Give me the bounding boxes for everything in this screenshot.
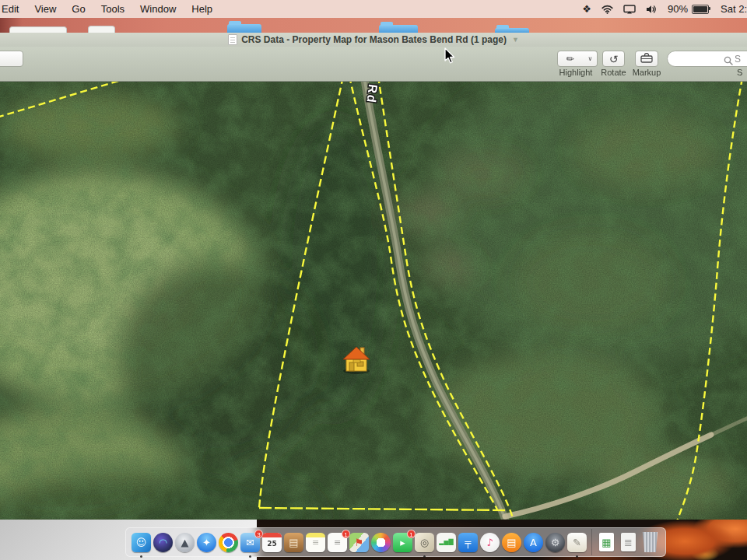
highlight-dropdown-button[interactable]: ∨ <box>584 51 598 67</box>
safari-glyph: ✦ <box>202 537 211 548</box>
ibooks-glyph: ▤ <box>507 537 516 548</box>
share-label: e <box>0 68 6 77</box>
map-canvas[interactable]: nd Rd <box>0 81 747 520</box>
dock-calendar-icon[interactable]: 25 <box>261 533 282 552</box>
launchpad-glyph: ▲ <box>181 537 189 548</box>
dock-textedit-icon[interactable]: ✎ <box>566 533 587 552</box>
dock-mail-icon[interactable]: ✉3 <box>240 533 261 552</box>
desktop-folder-icon[interactable] <box>227 24 261 33</box>
calendar-glyph: 25 <box>267 541 277 548</box>
menu-item-edit[interactable]: Edit <box>0 3 26 15</box>
dock-notes-icon[interactable]: ≡ <box>305 533 326 552</box>
dock-maps-icon[interactable]: ⚑ <box>349 533 370 552</box>
dock-photos-icon[interactable] <box>370 533 391 552</box>
menu-item-go[interactable]: Go <box>64 3 93 15</box>
highlighter-icon: ✎ <box>564 52 577 65</box>
menu-items: EditViewGoToolsWindowHelp <box>0 3 220 15</box>
markup-label: Markup <box>625 68 668 77</box>
search-caption: S <box>737 68 747 77</box>
dock-reminders-icon[interactable]: ≡1 <box>327 533 348 552</box>
dock-divider <box>591 529 592 555</box>
finder-glyph: ☺ <box>136 537 147 548</box>
dock-safari-icon[interactable]: ✦ <box>196 533 217 552</box>
dock-trash-icon[interactable] <box>640 532 661 552</box>
chevron-down-icon[interactable]: ▼ <box>512 36 519 44</box>
menu-status-area: ❖ 90% Sat 2: <box>582 3 747 15</box>
textedit-glyph: ✎ <box>573 537 581 548</box>
dock-finder-icon[interactable]: ☺ <box>131 533 152 552</box>
battery-percent: 90% <box>668 3 688 15</box>
app-store-glyph: A <box>530 537 537 548</box>
chevron-down-icon: ∨ <box>588 55 593 62</box>
dock-itunes-icon[interactable]: ♪ <box>479 533 500 552</box>
dock-chrome-icon[interactable] <box>218 533 239 552</box>
window-title-bar[interactable]: CRS Data - Property Map for Mason Bates … <box>0 33 747 47</box>
volume-icon[interactable] <box>646 5 658 14</box>
desktop-folder-icon[interactable] <box>379 25 418 33</box>
battery-status[interactable]: 90% <box>668 3 709 15</box>
window-toolbar: e ✎ ∨ Highlight ↺ Rotate Markup S <box>0 47 747 82</box>
dock-launchpad-icon[interactable]: ▲ <box>174 533 195 552</box>
document-plain-glyph: ≣ <box>624 537 633 548</box>
wifi-icon[interactable] <box>601 5 613 14</box>
background-window-top[interactable] <box>9 26 67 33</box>
siri-glyph: ◠ <box>159 537 167 548</box>
dock-document-spreadsheet-icon[interactable]: ▦ <box>596 533 617 551</box>
rotate-icon: ↺ <box>609 54 619 65</box>
menu-item-tools[interactable]: Tools <box>93 3 132 15</box>
dock-document-plain-icon[interactable]: ≣ <box>618 533 639 551</box>
battery-icon <box>692 5 709 14</box>
menu-clock[interactable]: Sat 2: <box>721 3 747 15</box>
search-field[interactable] <box>667 51 747 67</box>
maps-glyph: ⚑ <box>355 537 364 548</box>
wallpaper-strip <box>0 18 747 33</box>
dock: ☺◠▲✦✉325▤≡≡1⚑▸1◎▂▅▇╤♪▤A⚙✎▦≣ <box>125 527 666 557</box>
desktop-screen: EditViewGoToolsWindowHelp ❖ 90% Sat 2: <box>0 0 747 560</box>
search-input[interactable] <box>668 51 747 66</box>
mail-glyph: ✉ <box>246 537 254 548</box>
dock-keynote-icon[interactable]: ╤ <box>458 533 479 552</box>
dock-app-store-icon[interactable]: A <box>523 533 544 552</box>
numbers-glyph: ▂▅▇ <box>439 539 453 545</box>
menu-bar: EditViewGoToolsWindowHelp ❖ 90% Sat 2: <box>0 0 747 18</box>
dock-numbers-icon[interactable]: ▂▅▇ <box>436 533 457 552</box>
screen-mirroring-icon[interactable] <box>623 5 636 14</box>
menu-item-help[interactable]: Help <box>184 3 220 15</box>
notes-glyph: ≡ <box>312 538 319 547</box>
window-title: CRS Data - Property Map for Mason Bates … <box>241 34 507 45</box>
menu-item-window[interactable]: Window <box>132 3 184 15</box>
dock-siri-icon[interactable]: ◠ <box>153 533 174 552</box>
share-button[interactable] <box>0 51 23 67</box>
dock-ibooks-icon[interactable]: ▤ <box>501 533 522 552</box>
document-spreadsheet-glyph: ▦ <box>601 537 611 548</box>
background-window-top[interactable] <box>88 26 115 33</box>
preview-glyph: ◎ <box>420 537 429 548</box>
dock-facetime-icon[interactable]: ▸1 <box>392 533 413 552</box>
menu-item-view[interactable]: View <box>26 3 64 15</box>
contacts-glyph: ▤ <box>289 537 298 548</box>
itunes-glyph: ♪ <box>486 537 493 548</box>
dropbox-icon[interactable]: ❖ <box>582 4 591 14</box>
markup-button[interactable] <box>635 51 658 67</box>
rotate-button[interactable]: ↺ <box>602 51 625 67</box>
reminders-glyph: ≡ <box>334 538 341 547</box>
facetime-glyph: ▸ <box>400 537 405 548</box>
document-proxy-icon[interactable] <box>228 34 237 45</box>
toolbox-icon <box>640 52 653 66</box>
dock-preview-icon[interactable]: ◎ <box>414 533 435 552</box>
keynote-glyph: ╤ <box>465 537 472 548</box>
dock-system-preferences-icon[interactable]: ⚙ <box>545 533 566 552</box>
highlight-button[interactable]: ✎ <box>557 51 584 67</box>
dock-contacts-icon[interactable]: ▤ <box>283 533 304 552</box>
system-preferences-glyph: ⚙ <box>551 537 560 548</box>
